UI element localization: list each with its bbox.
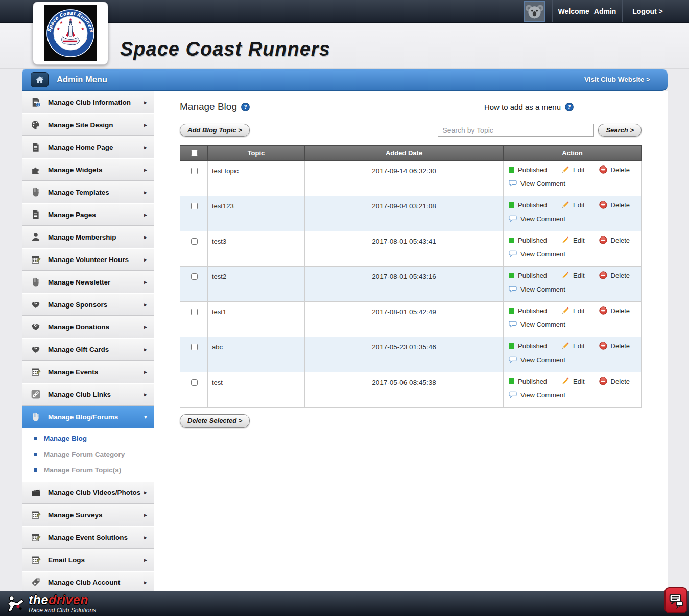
sidebar-item-manage-site-design[interactable]: Manage Site Design►	[22, 113, 154, 136]
chevron-right-icon: ►	[143, 302, 148, 307]
action-label: Edit	[573, 236, 584, 244]
chevron-down-icon: ▼	[143, 414, 148, 420]
view-comment-button[interactable]: View Comment	[509, 320, 565, 328]
published-status[interactable]: Published	[509, 342, 547, 350]
sidebar-item-manage-blog-forums[interactable]: Manage Blog/Forums▼	[22, 406, 154, 428]
action-label: Published	[518, 201, 547, 209]
published-square-icon	[509, 202, 514, 208]
delete-button[interactable]: Delete	[599, 271, 630, 279]
row-checkbox[interactable]	[191, 273, 198, 280]
table-row: test32017-08-01 05:43:41PublishedEditDel…	[180, 231, 642, 267]
row-checkbox[interactable]	[191, 238, 198, 245]
home-button[interactable]	[31, 72, 49, 87]
edit-button[interactable]: Edit	[561, 377, 584, 385]
delete-button[interactable]: Delete	[599, 377, 630, 385]
view-comment-button[interactable]: View Comment	[509, 179, 565, 187]
edit-button[interactable]: Edit	[561, 306, 584, 315]
view-comment-button[interactable]: View Comment	[509, 356, 565, 364]
sidebar-item-manage-templates[interactable]: Manage Templates►	[22, 181, 154, 203]
sidebar-subitem-manage-blog[interactable]: Manage Blog	[22, 431, 154, 446]
published-status[interactable]: Published	[509, 236, 547, 244]
sidebar-item-label: Manage Templates	[48, 188, 109, 196]
sidebar-item-manage-club-links[interactable]: Manage Club Links►	[22, 383, 154, 406]
add-blog-topic-button[interactable]: Add Blog Topic >	[180, 124, 250, 137]
edit-button[interactable]: Edit	[561, 342, 584, 350]
search-input[interactable]	[438, 124, 594, 137]
delete-button[interactable]: Delete	[599, 306, 630, 315]
action-cell: PublishedEditDeleteView Comment	[504, 231, 642, 267]
published-icon	[509, 202, 514, 208]
sidebar-item-label: Manage Blog/Forums	[48, 413, 118, 421]
sidebar-item-manage-club-videos-photos[interactable]: Manage Club Videos/Photos►	[22, 481, 154, 504]
table-row: abc2017-05-23 01:35:46PublishedEditDelet…	[180, 337, 642, 372]
action-label: Edit	[573, 166, 584, 174]
row-checkbox[interactable]	[191, 168, 198, 174]
club-logo: Space Coast Runners Brevard County, Flor…	[33, 2, 108, 65]
sidebar-item-manage-events[interactable]: Manage Events►	[22, 361, 154, 383]
feedback-chat-button[interactable]	[664, 587, 687, 613]
delete-button[interactable]: Delete	[599, 165, 630, 174]
delete-button[interactable]: Delete	[599, 201, 630, 209]
chevron-right-icon: ►	[143, 392, 148, 397]
delete-button[interactable]: Delete	[599, 236, 630, 244]
thedriven-logo: thedriven Race and Club Solutions	[5, 594, 96, 614]
view-comment-button[interactable]: View Comment	[509, 250, 565, 258]
sidebar-item-email-logs[interactable]: Email Logs►	[22, 549, 154, 571]
sidebar-item-manage-home-page[interactable]: Manage Home Page►	[22, 136, 154, 158]
sidebar-item-manage-event-solutions[interactable]: Manage Event Solutions►	[22, 526, 154, 549]
brand-driven: driven	[49, 593, 88, 607]
action-label: Delete	[611, 307, 630, 315]
sidebar-item-manage-pages[interactable]: Manage Pages►	[22, 203, 154, 226]
sidebar-item-manage-club-account[interactable]: Manage Club Account►	[22, 571, 154, 594]
sidebar-item-label: Manage Newsletter	[48, 278, 110, 286]
sidebar-item-manage-newsletter[interactable]: Manage Newsletter►	[22, 271, 154, 293]
delete-icon	[599, 377, 607, 385]
topic-cell: test	[208, 372, 305, 408]
sidebar-item-manage-widgets[interactable]: Manage Widgets►	[22, 158, 154, 181]
action-label: View Comment	[520, 215, 565, 223]
sidebar-item-label: Manage Club Links	[48, 391, 111, 398]
row-checkbox[interactable]	[191, 309, 198, 315]
sidebar-item-manage-surveys[interactable]: Manage Surveys►	[22, 504, 154, 526]
added-date-cell: 2017-08-01 05:42:49	[305, 302, 504, 337]
home-icon	[35, 75, 44, 84]
published-status[interactable]: Published	[509, 307, 547, 315]
sidebar-item-manage-donations[interactable]: Manage Donations►	[22, 316, 154, 338]
delete-selected-button[interactable]: Delete Selected >	[180, 414, 250, 428]
delete-button[interactable]: Delete	[599, 342, 630, 350]
edit-button[interactable]: Edit	[561, 271, 584, 279]
view-comment-icon	[509, 320, 517, 328]
published-status[interactable]: Published	[509, 272, 547, 279]
sidebar-subitem-manage-forum-category[interactable]: Manage Forum Category	[22, 446, 154, 462]
row-checkbox[interactable]	[191, 203, 198, 209]
brand-the: the	[29, 593, 49, 607]
svg-text:★: ★	[78, 20, 81, 25]
page: Welcome Admin Logout > Space Coast Runne…	[0, 0, 689, 616]
row-checkbox[interactable]	[191, 379, 198, 386]
sidebar-item-manage-club-information[interactable]: Manage Club Information►	[22, 91, 154, 113]
edit-button[interactable]: Edit	[561, 236, 584, 244]
view-comment-button[interactable]: View Comment	[509, 391, 565, 399]
help-icon[interactable]: ?	[565, 103, 574, 111]
select-all-checkbox[interactable]	[191, 150, 198, 156]
search-button[interactable]: Search >	[598, 124, 642, 137]
published-status[interactable]: Published	[509, 377, 547, 385]
view-comment-button[interactable]: View Comment	[509, 285, 565, 293]
sidebar-item-manage-sponsors[interactable]: Manage Sponsors►	[22, 293, 154, 316]
edit-button[interactable]: Edit	[561, 165, 584, 174]
logout-button[interactable]: Logout >	[622, 0, 673, 22]
sidebar-item-manage-membership[interactable]: Manage Membership►	[22, 226, 154, 248]
edit-button[interactable]: Edit	[561, 201, 584, 209]
view-comment-button[interactable]: View Comment	[509, 215, 565, 223]
help-icon[interactable]: ?	[241, 103, 250, 111]
published-status[interactable]: Published	[509, 201, 547, 209]
sidebar-item-manage-gift-cards[interactable]: Manage Gift Cards►	[22, 338, 154, 361]
sidebar-subitem-manage-forum-topic-s[interactable]: Manage Forum Topic(s)	[22, 462, 154, 478]
published-status[interactable]: Published	[509, 166, 547, 174]
row-checkbox[interactable]	[191, 344, 198, 350]
visit-club-website-link[interactable]: Visit Club Website >	[584, 76, 650, 83]
view-comment-icon	[509, 356, 517, 364]
chevron-right-icon: ►	[143, 324, 148, 330]
sidebar-item-manage-volunteer-hours[interactable]: Manage Volunteer Hours►	[22, 248, 154, 271]
avatar[interactable]	[524, 1, 545, 22]
